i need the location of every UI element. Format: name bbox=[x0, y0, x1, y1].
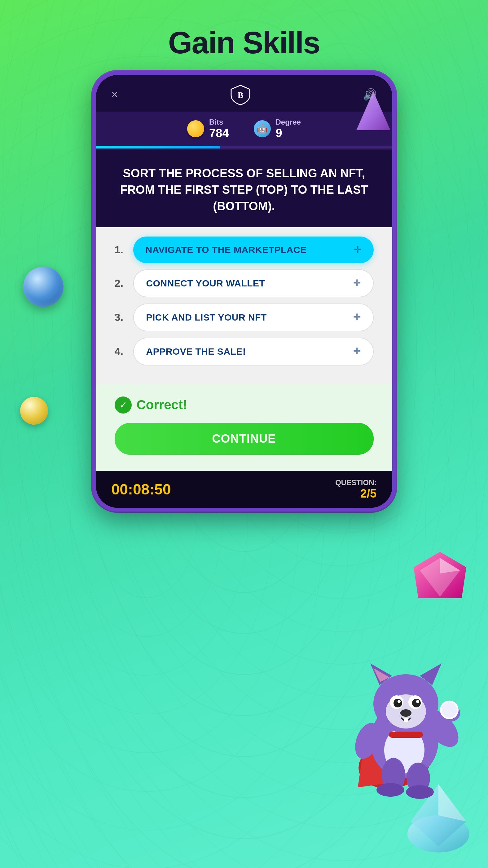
answer-number-1: 1. bbox=[115, 244, 127, 256]
svg-point-30 bbox=[406, 785, 434, 799]
answer-row-4: 4. APPROVE THE SALE! ✛ bbox=[115, 338, 374, 366]
answer-label-2: CONNECT YOUR WALLET bbox=[146, 278, 265, 289]
question-counter-value: 2/5 bbox=[335, 487, 377, 500]
app-logo: B bbox=[230, 84, 251, 105]
drag-icon-1: ✛ bbox=[354, 245, 361, 255]
bits-coin-icon bbox=[187, 120, 204, 137]
page-title: Gain Skills bbox=[0, 0, 488, 79]
correct-area: ✓ Correct! CONTINUE bbox=[96, 384, 392, 471]
bits-stat: Bits 784 bbox=[187, 118, 229, 140]
pink-gem-decoration bbox=[411, 549, 469, 608]
close-button[interactable]: × bbox=[111, 88, 118, 101]
bits-value: 784 bbox=[209, 126, 229, 140]
answer-row-1: 1. NAVIGATE TO THE MARKETPLACE ✛ bbox=[115, 237, 374, 263]
svg-point-21 bbox=[416, 700, 419, 703]
svg-point-22 bbox=[400, 709, 412, 717]
svg-point-33 bbox=[442, 702, 457, 718]
svg-text:B: B bbox=[237, 90, 243, 100]
degree-label: Degree bbox=[276, 118, 301, 126]
question-text: SORT THE PROCESS OF SELLING AN NFT, FROM… bbox=[115, 165, 374, 215]
svg-rect-23 bbox=[404, 718, 408, 722]
phone-frame: × B 🔊 Bits 784 🤖 bbox=[92, 71, 396, 512]
correct-badge: ✓ Correct! bbox=[115, 397, 374, 413]
svg-rect-31 bbox=[389, 732, 423, 738]
svg-point-29 bbox=[377, 783, 404, 797]
answer-row-2: 2. CONNECT YOUR WALLET ✛ bbox=[115, 269, 374, 297]
drag-icon-3: ✛ bbox=[353, 312, 361, 322]
answer-label-3: PICK AND LIST YOUR NFT bbox=[146, 312, 267, 323]
answer-row-3: 3. PICK AND LIST YOUR NFT ✛ bbox=[115, 304, 374, 331]
answer-button-1[interactable]: NAVIGATE TO THE MARKETPLACE ✛ bbox=[133, 237, 374, 263]
answer-list: 1. NAVIGATE TO THE MARKETPLACE ✛ 2. CONN… bbox=[96, 227, 392, 384]
cone-decoration bbox=[355, 90, 392, 133]
degree-value: 9 bbox=[276, 126, 282, 140]
progress-bar-fill bbox=[96, 146, 221, 149]
answer-number-2: 2. bbox=[115, 277, 127, 289]
drag-icon-2: ✛ bbox=[353, 278, 361, 288]
stats-bar: Bits 784 🤖 Degree 9 bbox=[96, 112, 392, 146]
answer-button-4[interactable]: APPROVE THE SALE! ✛ bbox=[133, 338, 374, 366]
top-bar: × B 🔊 bbox=[96, 75, 392, 112]
answer-label-1: NAVIGATE TO THE MARKETPLACE bbox=[145, 245, 307, 255]
answer-number-3: 3. bbox=[115, 311, 127, 323]
correct-check-icon: ✓ bbox=[115, 397, 132, 413]
answer-number-4: 4. bbox=[115, 345, 127, 358]
progress-bar-background bbox=[96, 146, 392, 149]
bits-label: Bits bbox=[209, 118, 223, 126]
timer-display: 00:08:50 bbox=[111, 481, 171, 498]
gold-sphere-decoration bbox=[20, 397, 48, 425]
degree-robot-icon: 🤖 bbox=[254, 120, 271, 137]
question-counter-label: QUESTION: bbox=[335, 478, 377, 487]
question-counter: QUESTION: 2/5 bbox=[335, 478, 377, 500]
svg-point-20 bbox=[397, 700, 401, 703]
answer-button-2[interactable]: CONNECT YOUR WALLET ✛ bbox=[133, 269, 374, 297]
progress-bar-container bbox=[96, 146, 392, 150]
drag-icon-4: ✛ bbox=[353, 346, 361, 356]
svg-point-19 bbox=[412, 699, 421, 707]
question-area: SORT THE PROCESS OF SELLING AN NFT, FROM… bbox=[96, 150, 392, 227]
answer-button-3[interactable]: PICK AND LIST YOUR NFT ✛ bbox=[133, 304, 374, 331]
continue-button[interactable]: CONTINUE bbox=[115, 423, 374, 455]
svg-marker-0 bbox=[356, 91, 390, 130]
svg-point-18 bbox=[393, 699, 402, 707]
blue-sphere-decoration bbox=[23, 267, 64, 307]
degree-stat: 🤖 Degree 9 bbox=[254, 118, 301, 140]
bottom-bar: 00:08:50 QUESTION: 2/5 bbox=[96, 471, 392, 508]
mascot-dog bbox=[339, 645, 469, 800]
answer-label-4: APPROVE THE SALE! bbox=[146, 346, 246, 357]
correct-text: Correct! bbox=[137, 397, 187, 412]
